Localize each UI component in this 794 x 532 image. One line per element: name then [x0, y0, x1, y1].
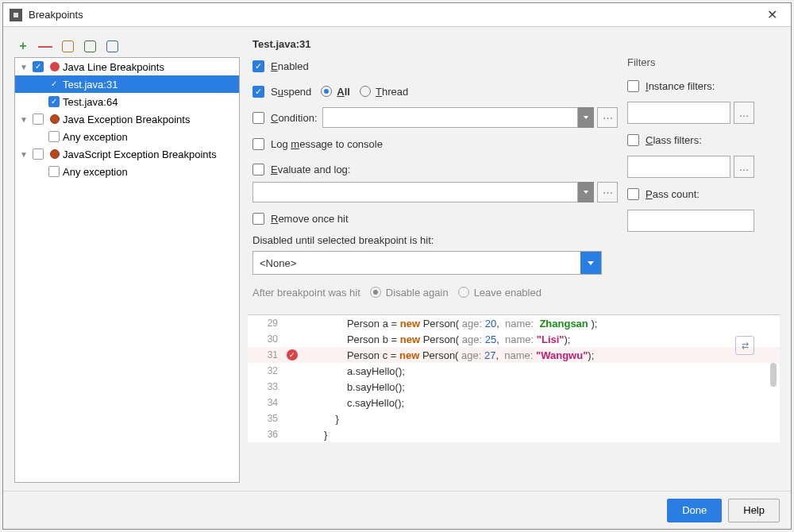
breakpoint-type-icon [50, 62, 60, 71]
enabled-label: Enabled [271, 60, 309, 72]
condition-input[interactable] [322, 107, 578, 128]
dropdown-caret-icon [580, 252, 601, 274]
remove-once-row: Remove once hit [252, 209, 618, 228]
evaluate-log-input[interactable] [252, 182, 578, 202]
instance-filters-checkbox[interactable] [627, 80, 639, 92]
remove-once-checkbox[interactable] [252, 213, 264, 225]
tree-item[interactable]: Test.java:31 [15, 75, 239, 93]
tree-label: Test.java:64 [63, 96, 239, 108]
code-preview: ⇄ 29 Person a = new Person( age: 20, nam… [248, 314, 780, 442]
left-pane: + — ▼Java Line BreakpointsTest.java:31Te… [14, 35, 240, 483]
help-button[interactable]: Help [728, 499, 780, 522]
expand-arrow-icon[interactable]: ▼ [18, 115, 29, 124]
done-button[interactable]: Done [667, 499, 722, 522]
breakpoints-dialog: Breakpoints ✕ + — ▼Java Line Breakpoints… [2, 2, 792, 530]
breakpoint-enabled-checkbox[interactable] [33, 148, 44, 160]
suspend-all-radio[interactable] [321, 86, 332, 97]
log-console-checkbox[interactable] [252, 138, 264, 150]
condition-history-icon[interactable] [578, 107, 594, 128]
breakpoint-toolbar: + — [14, 35, 240, 57]
evaluate-history-icon[interactable] [578, 182, 594, 202]
condition-checkbox[interactable] [252, 112, 264, 124]
leave-enabled-radio[interactable] [458, 287, 469, 298]
view-options-icon[interactable] [105, 39, 119, 53]
breakpoint-enabled-checkbox[interactable] [48, 166, 60, 177]
scrollbar[interactable] [770, 363, 777, 387]
instance-filters-input-row: … [627, 102, 777, 124]
breakpoint-enabled-checkbox[interactable] [48, 131, 60, 142]
instance-filters-label: Instance filters: [646, 80, 715, 92]
after-hit-label: After breakpoint was hit [252, 287, 360, 299]
tree-group[interactable]: ▼Java Exception Breakpoints [15, 110, 239, 128]
pass-count-checkbox[interactable] [627, 188, 639, 200]
tree-item[interactable]: Test.java:64 [15, 93, 239, 110]
class-filters-browse-icon[interactable]: … [734, 156, 754, 178]
line-number: 29 [248, 318, 284, 329]
close-icon[interactable]: ✕ [759, 6, 784, 25]
evaluate-expand-icon[interactable]: ⋯ [597, 182, 618, 202]
code-text: a.sayHello(); [300, 365, 780, 377]
pass-count-row: Pass count: [627, 184, 777, 203]
pass-count-input[interactable] [627, 210, 754, 232]
enabled-checkbox[interactable] [252, 60, 264, 72]
line-number: 33 [248, 381, 284, 392]
breakpoint-type-icon [50, 149, 60, 159]
breakpoint-enabled-checkbox[interactable] [48, 79, 60, 90]
class-filters-input-row: … [627, 156, 777, 178]
code-line: 33 b.sayHello(); [248, 379, 780, 395]
gutter-action-icon[interactable]: ⇄ [735, 336, 754, 355]
gutter-breakpoint-icon[interactable] [284, 349, 300, 360]
suspend-thread-label: Thread [376, 86, 408, 98]
class-filters-checkbox[interactable] [627, 134, 639, 146]
tree-group[interactable]: ▼JavaScript Exception Breakpoints [15, 145, 239, 163]
right-pane: Test.java:31 Enabled Suspend All Thread [248, 35, 780, 483]
pass-count-input-row [627, 210, 777, 232]
tree-label: Java Line Breakpoints [63, 61, 239, 73]
tree-label: Java Exception Breakpoints [63, 114, 239, 125]
code-text: Person c = new Person( age: 27, name: "W… [300, 349, 780, 361]
remove-breakpoint-icon[interactable]: — [38, 39, 52, 53]
enabled-row: Enabled [252, 56, 618, 75]
evaluate-log-row: Evaluate and log: [252, 160, 618, 179]
instance-filters-input[interactable] [627, 102, 730, 124]
class-filters-input[interactable] [627, 156, 730, 178]
app-icon [10, 9, 22, 21]
tree-item[interactable]: Any exception [15, 163, 239, 180]
add-breakpoint-icon[interactable]: + [16, 39, 30, 53]
tree-group[interactable]: ▼Java Line Breakpoints [15, 58, 239, 75]
code-line: 32 a.sayHello(); [248, 363, 780, 379]
evaluate-log-checkbox[interactable] [252, 164, 264, 175]
tree-item[interactable]: Any exception [15, 128, 239, 145]
expand-arrow-icon[interactable]: ▼ [18, 150, 29, 159]
code-line: 34 c.sayHello(); [248, 395, 780, 411]
disabled-until-select[interactable]: <None> [252, 251, 602, 275]
code-text: c.sayHello(); [300, 397, 780, 409]
disabled-until-value: <None> [260, 257, 296, 269]
disable-again-label: Disable again [386, 287, 449, 299]
line-number: 32 [248, 365, 284, 376]
disabled-until-label: Disabled until selected breakpoint is hi… [252, 234, 618, 246]
code-line: 35 } [248, 411, 780, 426]
code-line: 31 Person c = new Person( age: 27, name:… [248, 347, 780, 363]
breakpoint-enabled-checkbox[interactable] [48, 96, 60, 107]
breakpoint-enabled-checkbox[interactable] [33, 61, 44, 72]
code-text: Person a = new Person( age: 20, name: Zh… [300, 318, 780, 330]
breakpoint-enabled-checkbox[interactable] [33, 114, 44, 125]
breakpoint-tree[interactable]: ▼Java Line BreakpointsTest.java:31Test.j… [14, 57, 240, 483]
expand-arrow-icon[interactable]: ▼ [18, 63, 29, 71]
window-title: Breakpoints [29, 9, 759, 21]
tree-label: Test.java:31 [63, 79, 239, 91]
line-number: 36 [248, 429, 284, 440]
tree-label: Any exception [63, 166, 239, 178]
suspend-checkbox[interactable] [252, 86, 264, 98]
remove-once-label: Remove once hit [271, 213, 349, 225]
disable-again-radio[interactable] [370, 287, 381, 298]
instance-filters-browse-icon[interactable]: … [734, 102, 754, 124]
condition-expand-icon[interactable]: ⋯ [597, 107, 618, 128]
group-by-type-icon[interactable] [60, 39, 75, 53]
suspend-thread-radio[interactable] [360, 86, 371, 97]
group-by-file-icon[interactable] [83, 39, 97, 53]
dialog-body: + — ▼Java Line BreakpointsTest.java:31Te… [3, 27, 791, 491]
dialog-footer: Done Help [3, 491, 791, 529]
instance-filters-row: Instance filters: [627, 76, 777, 95]
